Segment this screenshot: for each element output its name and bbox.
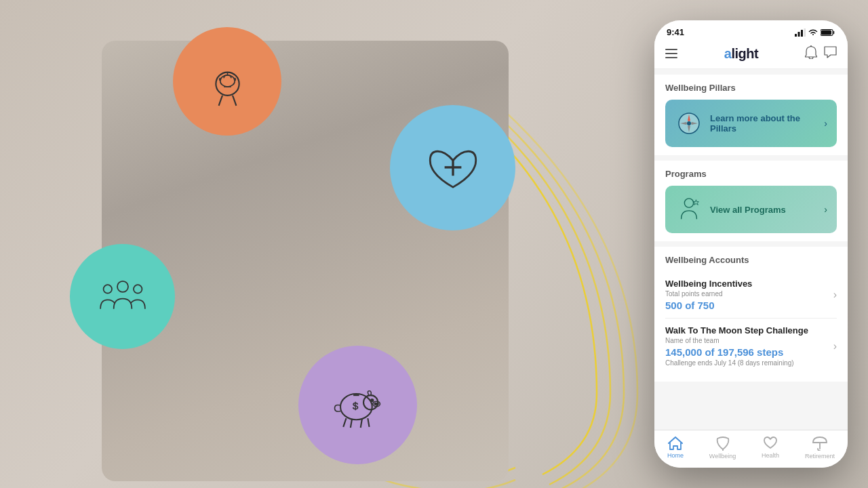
pillars-banner[interactable]: Learn more about the Pillars › <box>665 100 837 147</box>
wellbeing-incentives-sub: Total points earned <box>665 290 833 298</box>
svg-point-12 <box>374 403 376 405</box>
svg-rect-26 <box>821 30 831 35</box>
chat-icon <box>824 46 837 58</box>
status-icons <box>795 28 835 37</box>
nav-retirement-label: Retirement <box>805 453 835 460</box>
heart-cross-icon <box>422 138 484 199</box>
people-icon <box>96 273 150 321</box>
wellbeing-accounts-section: Wellbeing Accounts Wellbeing Incentives … <box>654 247 848 382</box>
svg-line-15 <box>343 418 346 427</box>
svg-line-18 <box>368 418 369 427</box>
pillars-banner-text: Learn more about the Pillars <box>710 113 817 134</box>
wellbeing-incentives-name: Wellbeing Incentives <box>665 279 833 289</box>
svg-point-28 <box>687 121 691 125</box>
wellbeing-incentives-chevron-icon: › <box>833 289 837 301</box>
programs-section: Programs View all Programs › <box>654 161 848 241</box>
bell-button[interactable] <box>805 45 817 62</box>
health-circle <box>390 105 515 230</box>
step-challenge-name: Walk To The Moon Step Challenge <box>665 325 833 336</box>
brain-circle <box>173 27 281 136</box>
wellbeing-accounts-title: Wellbeing Accounts <box>665 255 837 265</box>
step-challenge-value: 145,000 of 197,596 steps <box>665 346 833 358</box>
battery-icon <box>821 28 835 37</box>
people-circle <box>70 244 175 349</box>
svg-point-7 <box>103 285 111 293</box>
programs-chevron-icon: › <box>824 204 827 215</box>
chat-button[interactable] <box>824 46 837 61</box>
bell-icon <box>805 45 817 59</box>
step-challenge-detail: Challenge ends July 14 (8 days remaining… <box>665 359 833 367</box>
programs-person-icon <box>676 197 702 222</box>
umbrella-icon <box>812 436 827 451</box>
status-time: 9:41 <box>667 27 684 37</box>
step-challenge-item[interactable]: Walk To The Moon Step Challenge Name of … <box>665 319 837 373</box>
step-challenge-chevron-icon: › <box>833 340 837 352</box>
programs-icon <box>675 195 703 224</box>
nav-health[interactable]: Health <box>762 436 779 459</box>
app-logo: alight <box>724 46 758 62</box>
wellbeing-incentives-value: 500 of 750 <box>665 300 833 311</box>
svg-rect-24 <box>804 28 806 37</box>
home-icon <box>668 436 683 450</box>
step-challenge-info: Walk To The Moon Step Challenge Name of … <box>665 325 833 367</box>
phone-mockup: 9:41 <box>654 20 848 468</box>
pillars-chevron-icon: › <box>824 118 827 129</box>
nav-wellbeing-label: Wellbeing <box>709 453 736 460</box>
programs-banner[interactable]: View all Programs › <box>665 186 837 233</box>
svg-point-29 <box>684 199 693 207</box>
piggy-bank-icon: $ <box>329 376 387 434</box>
svg-point-13 <box>377 403 378 405</box>
status-bar: 9:41 <box>654 20 848 41</box>
svg-line-17 <box>361 419 362 428</box>
svg-point-1 <box>220 75 234 86</box>
nav-health-label: Health <box>762 452 779 459</box>
bottom-nav: Home Wellbeing Health Retirement <box>654 430 848 468</box>
svg-point-6 <box>117 281 128 291</box>
nav-home-label: Home <box>667 452 684 459</box>
svg-rect-23 <box>801 30 803 37</box>
svg-point-0 <box>216 72 239 95</box>
step-challenge-sub: Name of the team <box>665 337 833 344</box>
svg-point-8 <box>134 285 142 293</box>
brain-icon <box>202 56 253 107</box>
programs-banner-text: View all Programs <box>710 205 817 215</box>
pillars-icon <box>675 109 703 138</box>
svg-point-14 <box>371 399 373 401</box>
svg-rect-21 <box>795 34 797 37</box>
phone-content: Wellbeing Pillars Learn more about the P… <box>654 69 848 430</box>
svg-text:$: $ <box>353 401 359 411</box>
wellbeing-pillars-section: Wellbeing Pillars Learn more about the P… <box>654 75 848 155</box>
piggy-circle: $ <box>298 346 417 464</box>
leaf-icon <box>716 436 730 451</box>
menu-button[interactable] <box>665 49 677 58</box>
nav-retirement[interactable]: Retirement <box>805 436 835 460</box>
wellbeing-pillars-title: Wellbeing Pillars <box>665 83 837 93</box>
svg-rect-22 <box>798 32 800 37</box>
pillars-compass-icon <box>677 111 701 136</box>
nav-home[interactable]: Home <box>667 436 684 459</box>
programs-title: Programs <box>665 169 837 179</box>
svg-line-16 <box>351 419 352 428</box>
nav-wellbeing[interactable]: Wellbeing <box>709 436 736 460</box>
health-heart-icon <box>763 436 778 450</box>
phone-header: alight <box>654 41 848 69</box>
wifi-icon <box>808 28 818 36</box>
wellbeing-incentives-item[interactable]: Wellbeing Incentives Total points earned… <box>665 272 837 319</box>
signal-icon <box>795 28 806 37</box>
wellbeing-incentives-info: Wellbeing Incentives Total points earned… <box>665 279 833 311</box>
